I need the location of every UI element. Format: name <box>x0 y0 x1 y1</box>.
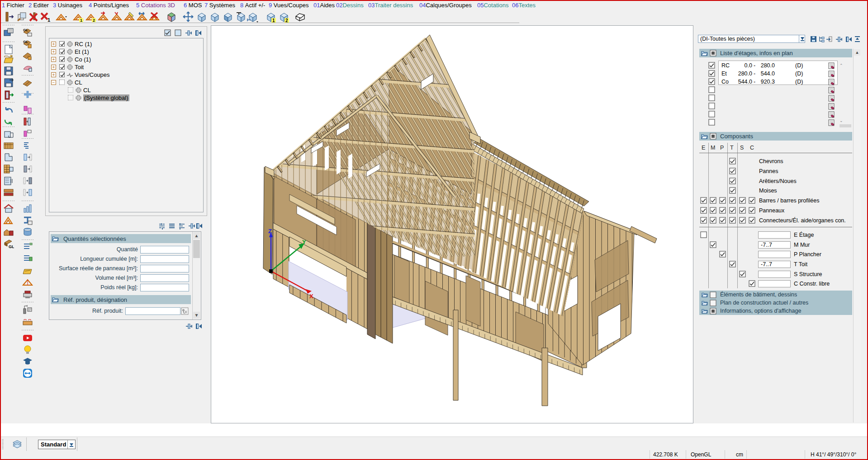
svg-text:Y: Y <box>302 239 306 245</box>
svg-text:X: X <box>309 293 313 300</box>
svg-text:1: 1 <box>80 18 82 23</box>
svg-text:GL: GL <box>9 244 14 249</box>
svg-text:2: 2 <box>93 18 95 23</box>
svg-text:GL: GL <box>23 28 28 32</box>
svg-text:GL: GL <box>23 40 28 44</box>
svg-text:2: 2 <box>285 18 288 23</box>
svg-text:1: 1 <box>47 17 50 23</box>
svg-text:Z: Z <box>268 228 272 235</box>
svg-text:1: 1 <box>272 18 275 23</box>
